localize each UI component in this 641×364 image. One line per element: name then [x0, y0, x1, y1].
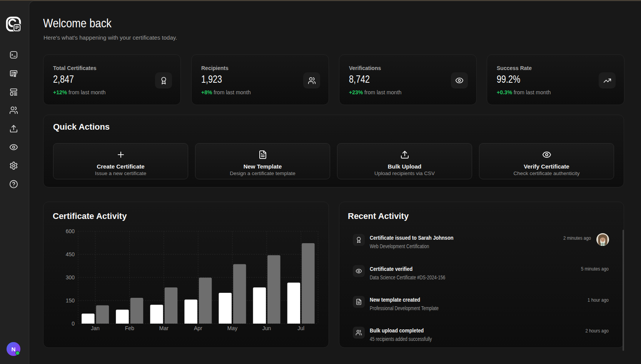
svg-text:Jun: Jun — [262, 325, 271, 331]
svg-text:Feb: Feb — [125, 325, 134, 331]
svg-text:300: 300 — [66, 274, 75, 281]
svg-text:Mar: Mar — [159, 325, 169, 331]
svg-text:450: 450 — [66, 251, 75, 257]
svg-text:600: 600 — [66, 228, 75, 234]
svg-text:0: 0 — [72, 321, 75, 327]
svg-text:Jul: Jul — [297, 325, 304, 331]
svg-text:Jan: Jan — [91, 325, 100, 331]
svg-text:150: 150 — [66, 297, 75, 304]
svg-text:May: May — [227, 325, 237, 331]
svg-text:Apr: Apr — [194, 325, 202, 331]
